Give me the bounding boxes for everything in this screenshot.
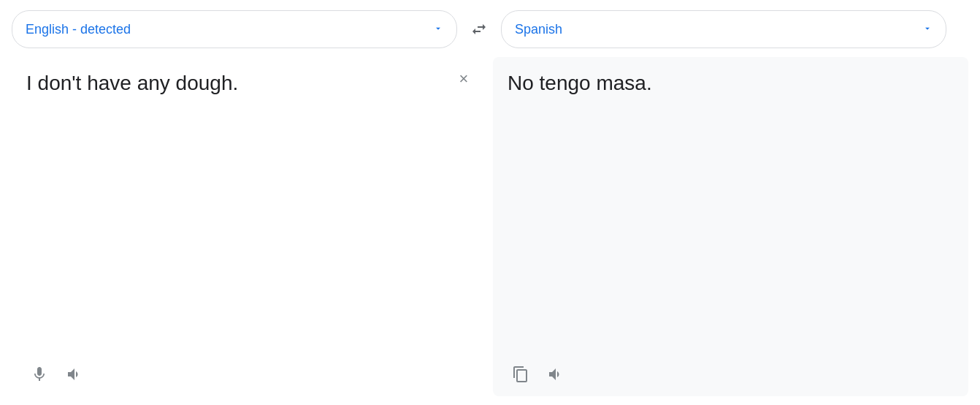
source-listen-button[interactable] — [61, 361, 88, 387]
copy-button[interactable] — [508, 361, 534, 387]
clear-button[interactable]: × — [452, 67, 475, 91]
target-speaker-icon — [547, 366, 564, 383]
translation-panels: I don't have any dough. × No tengo masa. — [12, 57, 968, 396]
source-speaker-icon — [66, 366, 83, 383]
top-bar: English - detected Spanish — [12, 9, 968, 50]
source-actions — [26, 355, 472, 387]
target-lang-label: Spanish — [515, 22, 562, 37]
copy-icon — [512, 366, 529, 383]
source-panel: I don't have any dough. × — [12, 57, 487, 396]
source-lang-label: English - detected — [26, 22, 131, 37]
microphone-icon — [31, 366, 48, 383]
swap-icon — [470, 20, 488, 38]
source-text[interactable]: I don't have any dough. — [26, 69, 472, 349]
source-lang-selector[interactable]: English - detected — [12, 10, 457, 48]
swap-languages-button[interactable] — [463, 13, 495, 45]
target-actions — [508, 355, 954, 387]
source-lang-chevron-icon — [433, 23, 443, 36]
translated-text: No tengo masa. — [508, 69, 954, 349]
target-lang-selector[interactable]: Spanish — [501, 10, 946, 48]
target-panel: No tengo masa. — [493, 57, 968, 396]
microphone-button[interactable] — [26, 361, 53, 387]
target-lang-chevron-icon — [922, 23, 933, 36]
target-listen-button[interactable] — [543, 361, 569, 387]
